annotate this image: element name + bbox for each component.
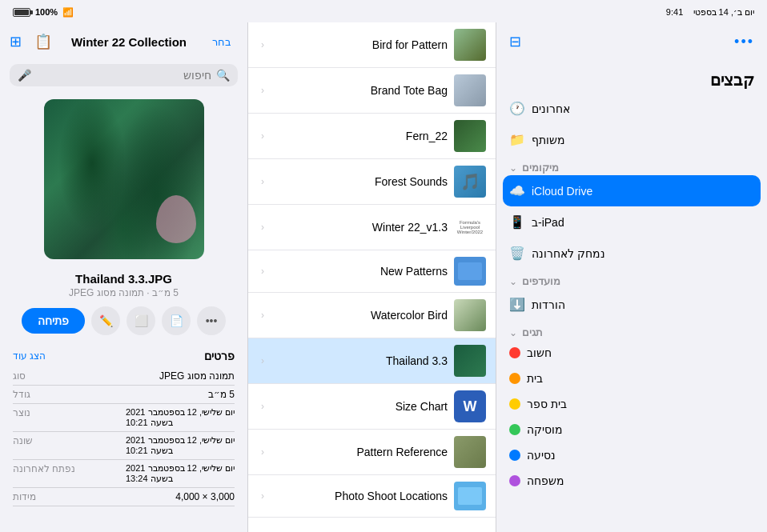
sidebar-header: ⊟ ••• [496,22,767,61]
property-label-dimensions: מידות [13,491,36,502]
tag-label: בית ספר [527,398,567,410]
search-bar: 🎤 🔍 [10,64,238,86]
sidebar-content: קבצים אחרונים 🕐 משותף 📁 מיקומים ⌄ iCloud… [496,61,767,532]
file-thumbnail [454,74,486,106]
favorites-chevron: ⌄ [509,276,517,287]
back-button[interactable]: בחר [206,33,238,51]
list-item-size-chart[interactable]: › Size Chart W [248,384,496,430]
properties-show-more[interactable]: הצג עוד [13,350,46,362]
sidebar-item-shared[interactable]: משותף 📁 [503,124,761,155]
sidebar-item-downloads[interactable]: הורדות ⬇️ [503,289,761,320]
sidebar-item-label: iPad-ב [532,216,564,229]
property-label-modified: שונה [13,435,33,446]
duplicate-button[interactable]: ⬜ [126,306,155,335]
share-button[interactable]: 📄 [162,306,191,335]
status-bar: 100% 📶 יום ב׳, 14 בספטי 9:41 [0,0,767,22]
file-item-name: Fern_22 [264,130,454,142]
file-thumbnail [454,120,486,152]
grid-view-button[interactable]: ⊞ [10,33,22,50]
file-meta: 5 מ״ב · תמונה מסוג JPEG [0,287,247,298]
property-value-dimensions: 3,000 × 4,000 [175,491,235,502]
list-item-new-patterns[interactable]: › New Patterns [248,250,496,293]
sidebar-grid-button[interactable]: ⊟ [509,33,521,50]
sidebar-item-icloud[interactable]: iCloud Drive ☁️ [503,175,761,206]
list-item-thailand-33[interactable]: › Thailand 3.3 [248,338,496,384]
file-detail-panel: ⊞ 📋 Winter 22 Collection בחר 🎤 🔍 Thailan… [0,22,248,532]
tag-item-important[interactable]: חשוב [503,340,761,366]
list-item-bird-for-pattern[interactable]: › Bird for Pattern [248,22,496,68]
time-label: 9:41 [666,7,683,17]
locations-title: מיקומים [522,162,559,174]
sidebar-more-button[interactable]: ••• [734,34,754,50]
list-item-watercolor-bird[interactable]: › Watercolor Bird [248,293,496,338]
sidebar-subsection-favorites: מועדפים ⌄ [503,269,761,289]
file-item-name: Winter 22_v1.3 [264,221,454,234]
list-item-brand-tote-bag[interactable]: › Brand Tote Bag [248,68,496,114]
property-row-opened: יום שלישי, 12 בספטמבר 2021בשעה 13:24 נפת… [13,460,235,488]
tag-item-home[interactable]: בית [503,366,761,391]
tag-label: נסיעה [527,449,556,462]
folder-icon [454,257,486,286]
markup-button[interactable]: ✏️ [91,306,120,335]
file-item-name: Forest Sounds [264,175,454,188]
file-thumbnail: Formula's Liverpool Winter/2022 [454,211,486,243]
trash-icon: 🗑️ [509,246,525,261]
list-item-forest-sounds[interactable]: › Forest Sounds 🎵 [248,159,496,205]
list-item-fern-22[interactable]: › Fern_22 [248,114,496,159]
sidebar-subsection-tags: תגים ⌄ [503,320,761,340]
shared-icon: 📁 [509,132,525,147]
tag-item-travel[interactable]: נסיעה [503,442,761,468]
property-row-size: 5 מ״ב גודל [13,386,235,404]
tag-dot-music [509,424,520,435]
sidebar-item-ipad[interactable]: iPad-ב 📱 [503,206,761,238]
ipad-icon: 📱 [509,214,525,230]
file-item-name: Bird for Pattern [264,38,454,51]
tag-dot-family [509,475,520,486]
action-buttons: פתיחה ✏️ ⬜ 📄 ••• [10,306,238,335]
file-item-name: Watercolor Bird [264,309,454,322]
favorites-title: מועדפים [522,275,560,287]
tag-item-school[interactable]: בית ספר [503,391,761,417]
tag-dot-school [509,398,520,410]
tags-title: תגים [522,326,543,338]
tag-dot-home [509,373,520,384]
file-item-name: Size Chart [264,400,454,413]
property-value-opened: יום שלישי, 12 בספטמבר 2021בשעה 13:24 [126,463,235,484]
toolbar: ⊞ 📋 Winter 22 Collection בחר [0,22,247,61]
toolbar-icons: ⊞ 📋 [10,33,52,50]
properties-title: פרטים [204,350,235,362]
list-item-photo-shoot-locations[interactable]: › Photo Shoot Locations [248,475,496,518]
list-item-pattern-reference[interactable]: › Pattern Reference [248,430,496,475]
tag-item-music[interactable]: מוסיקה [503,417,761,442]
icloud-icon: ☁️ [509,183,525,198]
file-thumbnail [454,345,486,377]
word-icon: W [454,390,486,422]
search-input[interactable] [36,69,211,82]
file-item-name: Thailand 3.3 [264,354,454,367]
sidebar-item-recently-deleted[interactable]: נמחק לאחרונה 🗑️ [503,238,761,269]
property-label-size: גודל [13,389,30,400]
tags-chevron: ⌄ [509,327,517,338]
property-value-created: יום שלישי, 12 בספטמבר 2021בשעה 10:21 [126,407,235,428]
file-item-name: New Patterns [264,265,454,278]
clock-icon: 🕐 [509,101,525,116]
sort-button[interactable]: 📋 [34,33,52,50]
file-item-name: Brand Tote Bag [264,84,454,97]
file-preview [44,99,204,259]
sidebar-item-label: iCloud Drive [532,185,592,198]
sidebar-item-label: נמחק לאחרונה [532,247,605,260]
sidebar-panel: ⊟ ••• קבצים אחרונים 🕐 משותף 📁 מיקומים ⌄ … [496,22,767,532]
tag-item-family[interactable]: משפחה [503,468,761,494]
property-value-size: 5 מ״ב [208,389,235,400]
property-row-created: יום שלישי, 12 בספטמבר 2021בשעה 10:21 נוצ… [13,404,235,432]
status-left: 100% 📶 [13,7,74,18]
locations-chevron: ⌄ [509,162,517,174]
sidebar-item-recent[interactable]: אחרונים 🕐 [503,93,761,124]
file-thumbnail [454,436,486,468]
main-container: ⊞ 📋 Winter 22 Collection בחר 🎤 🔍 Thailan… [0,22,767,532]
open-button[interactable]: פתיחה [22,308,85,334]
more-button[interactable]: ••• [197,306,226,335]
list-item-winter-22[interactable]: › Winter 22_v1.3 Formula's Liverpool Win… [248,205,496,250]
properties-section: הצג עוד פרטים תמונה מסוג JPEG סוג 5 מ״ב … [0,343,247,513]
wifi-icon: 📶 [62,7,74,18]
